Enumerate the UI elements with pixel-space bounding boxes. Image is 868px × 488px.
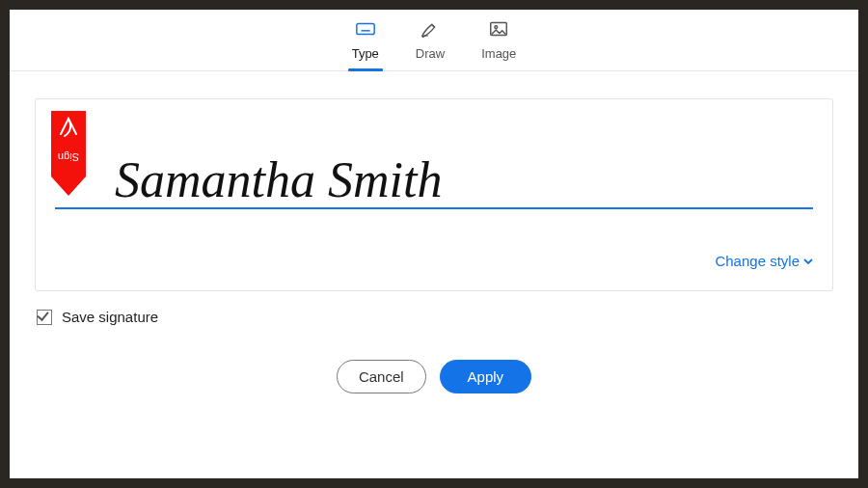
signature-line[interactable]: Sign Samantha Smith <box>55 126 813 209</box>
tab-type[interactable]: Type <box>346 18 385 70</box>
svg-rect-0 <box>357 24 374 35</box>
save-signature-row: Save signature <box>37 309 858 325</box>
signature-dialog: Type Draw Image Sign <box>0 0 868 488</box>
signature-mode-tabs: Type Draw Image <box>10 10 858 71</box>
image-icon <box>488 18 509 42</box>
tab-image[interactable]: Image <box>475 18 522 70</box>
chevron-down-icon <box>803 253 813 269</box>
sign-here-bookmark: Sign <box>49 111 88 198</box>
svg-point-7 <box>495 26 498 29</box>
save-signature-label: Save signature <box>62 309 158 325</box>
apply-button[interactable]: Apply <box>440 360 532 393</box>
svg-text:Sign: Sign <box>58 151 79 163</box>
tab-label: Draw <box>416 46 445 61</box>
keyboard-icon <box>355 18 376 42</box>
tab-label: Type <box>352 46 379 61</box>
tab-draw[interactable]: Draw <box>410 18 450 70</box>
change-style-link[interactable]: Change style <box>715 253 813 269</box>
signature-card: Sign Samantha Smith Change style <box>35 98 833 291</box>
cancel-button[interactable]: Cancel <box>337 360 426 393</box>
change-style-label: Change style <box>715 253 800 269</box>
signature-text-input[interactable]: Samantha Smith <box>55 155 442 207</box>
tab-label: Image <box>481 46 516 61</box>
dialog-actions: Cancel Apply <box>10 360 858 393</box>
pen-icon <box>420 18 441 42</box>
save-signature-checkbox[interactable] <box>37 310 52 325</box>
